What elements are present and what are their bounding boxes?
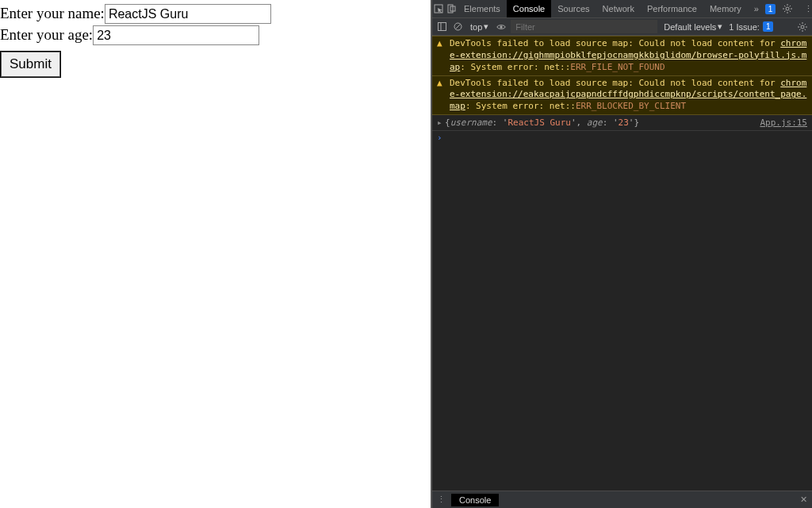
issues-indicator[interactable]: 1 Issue: 1 (729, 21, 773, 32)
context-dropdown[interactable]: top ▾ (467, 21, 492, 32)
console-filter-input[interactable] (511, 20, 657, 33)
console-output: ▲ DevTools failed to load source map: Co… (432, 36, 812, 491)
issues-text: 1 Issue: (729, 22, 760, 32)
tab-sources[interactable]: Sources (551, 0, 596, 17)
svg-rect-4 (438, 23, 446, 31)
devtools-drawer: ⋮ Console ✕ (432, 491, 812, 508)
inspect-icon[interactable] (434, 2, 443, 16)
tabbar-right: 1 ⋮ ✕ (765, 2, 812, 16)
devtools-panel: Elements Console Sources Network Perform… (431, 0, 812, 508)
issues-badge-top[interactable]: 1 (765, 4, 776, 14)
warning-icon: ▲ (437, 78, 446, 114)
chevron-down-icon: ▾ (718, 21, 722, 32)
prompt-caret-icon: › (437, 133, 442, 143)
devtools-tabbar: Elements Console Sources Network Perform… (432, 0, 812, 18)
log-levels-label: Default levels (664, 22, 716, 32)
context-label: top (470, 22, 482, 32)
console-warning: ▲ DevTools failed to load source map: Co… (432, 36, 812, 76)
tab-more-icon[interactable]: » (748, 0, 765, 17)
kebab-menu-icon[interactable]: ⋮ (801, 2, 812, 16)
settings-gear-icon[interactable] (780, 2, 795, 16)
live-expression-icon[interactable] (495, 21, 508, 33)
age-label: Enter your age: (0, 26, 93, 43)
clear-console-icon[interactable] (451, 21, 464, 33)
console-filterbar: top ▾ Default levels ▾ 1 Issue: 1 (432, 18, 812, 36)
tab-memory[interactable]: Memory (703, 0, 748, 17)
svg-line-7 (455, 24, 461, 29)
warning-text: DevTools failed to load source map: Coul… (450, 38, 807, 74)
name-row: Enter your name: (0, 4, 431, 24)
svg-point-8 (500, 25, 503, 28)
log-source-link[interactable]: App.js:15 (752, 117, 807, 129)
close-drawer-icon[interactable]: ✕ (800, 495, 807, 505)
console-settings-gear-icon[interactable] (796, 21, 809, 33)
app-form-area: Enter your name: Enter your age: Submit (0, 0, 431, 508)
tab-console[interactable]: Console (507, 0, 551, 17)
log-levels-dropdown[interactable]: Default levels ▾ (661, 21, 726, 32)
warning-error-code: ERR_FILE_NOT_FOUND (570, 62, 665, 72)
tab-network[interactable]: Network (596, 0, 641, 17)
drawer-menu-icon[interactable]: ⋮ (437, 495, 445, 505)
warning-error-code: ERR_BLOCKED_BY_CLIENT (576, 101, 686, 111)
chevron-down-icon: ▾ (484, 21, 488, 32)
svg-point-3 (786, 7, 789, 10)
name-input[interactable] (105, 4, 271, 24)
warning-prefix: DevTools failed to load source map: Coul… (450, 38, 780, 48)
warning-suffix: : System error: net:: (465, 101, 576, 111)
warning-text: DevTools failed to load source map: Coul… (450, 78, 807, 114)
submit-button[interactable]: Submit (1, 52, 60, 77)
warning-suffix: : System error: net:: (460, 62, 570, 72)
drawer-tab-console[interactable]: Console (451, 494, 499, 506)
console-log: ▸ {username: 'ReactJS Guru', age: '23'} … (432, 115, 812, 131)
warning-prefix: DevTools failed to load source map: Coul… (450, 78, 780, 88)
console-prompt[interactable]: › (432, 131, 812, 144)
console-warning: ▲ DevTools failed to load source map: Co… (432, 76, 812, 116)
console-sidebar-toggle-icon[interactable] (435, 21, 448, 33)
age-input[interactable] (93, 25, 259, 45)
issues-badge: 1 (763, 21, 774, 32)
tab-performance[interactable]: Performance (641, 0, 703, 17)
name-label: Enter your name: (0, 5, 105, 21)
device-toggle-icon[interactable] (446, 2, 456, 16)
logged-object: {username: 'ReactJS Guru', age: '23'} (445, 117, 639, 129)
expand-arrow-icon[interactable]: ▸ (437, 117, 445, 129)
warning-icon: ▲ (437, 38, 446, 74)
tab-elements[interactable]: Elements (458, 0, 507, 17)
svg-point-9 (801, 25, 804, 29)
age-row: Enter your age: (0, 25, 431, 45)
